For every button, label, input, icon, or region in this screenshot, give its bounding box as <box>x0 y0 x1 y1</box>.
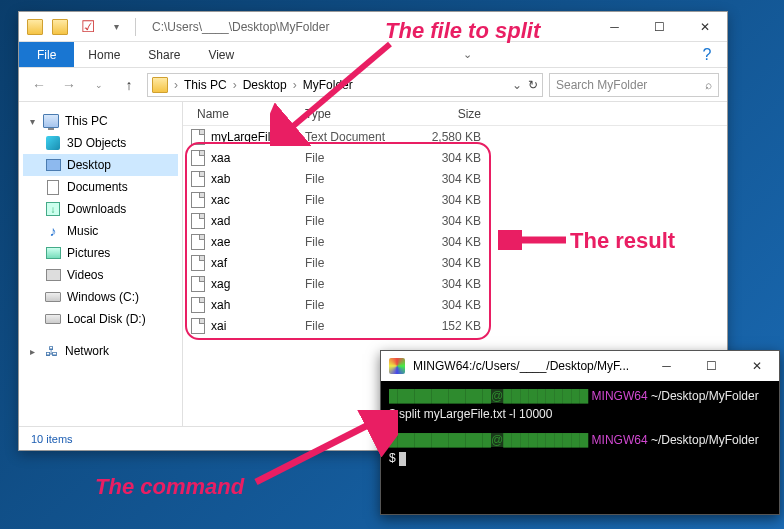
column-size[interactable]: Size <box>413 107 517 121</box>
dropdown-icon[interactable]: ▾ <box>105 18 127 36</box>
terminal-path: ~/Desktop/MyFolder <box>651 389 759 403</box>
breadcrumb[interactable]: Desktop <box>239 78 291 92</box>
chevron-icon[interactable]: ▾ <box>27 116 37 127</box>
terminal-user-host: ████████████@██████████ <box>389 389 588 403</box>
column-name[interactable]: Name <box>183 107 305 121</box>
terminal-env: MINGW64 <box>592 433 648 447</box>
file-size: 152 KB <box>413 319 517 333</box>
file-name: xab <box>211 172 230 186</box>
sidebar-item-desktop[interactable]: Desktop <box>23 154 178 176</box>
address-dropdown-icon[interactable]: ⌄ <box>512 78 522 92</box>
file-row[interactable]: xaaFile304 KB <box>183 147 727 168</box>
window-title-path: C:\Users\____\Desktop\MyFolder <box>152 20 329 34</box>
terminal-titlebar[interactable]: MINGW64:/c/Users/____/Desktop/MyF... ─ ☐… <box>381 351 779 381</box>
close-button[interactable]: ✕ <box>734 351 779 381</box>
sidebar-item-pictures[interactable]: Pictures <box>23 242 178 264</box>
doc-icon <box>45 179 61 195</box>
drive-icon <box>45 311 61 327</box>
tab-view[interactable]: View <box>194 42 248 67</box>
chevron-icon[interactable]: ▸ <box>27 346 37 357</box>
tab-share[interactable]: Share <box>134 42 194 67</box>
tab-file[interactable]: File <box>19 42 74 67</box>
search-icon: ⌕ <box>705 78 712 92</box>
file-type: File <box>305 151 413 165</box>
sidebar-item-label: Downloads <box>67 202 126 216</box>
file-type: File <box>305 172 413 186</box>
file-icon <box>191 234 205 250</box>
navigation-bar: ← → ⌄ ↑ › This PC › Desktop › MyFolder ⌄… <box>19 68 727 102</box>
maximize-button[interactable]: ☐ <box>637 12 682 42</box>
column-type[interactable]: Type <box>305 107 413 121</box>
file-size: 304 KB <box>413 193 517 207</box>
sidebar-item-label: Documents <box>67 180 128 194</box>
sidebar-item-label: Local Disk (D:) <box>67 312 146 326</box>
file-type: File <box>305 235 413 249</box>
file-name: xae <box>211 235 230 249</box>
file-row[interactable]: xadFile304 KB <box>183 210 727 231</box>
column-headers[interactable]: Name Type Size <box>183 102 727 126</box>
file-name: xaa <box>211 151 230 165</box>
file-row[interactable]: xagFile304 KB <box>183 273 727 294</box>
sidebar-item-this-pc[interactable]: ▾This PC <box>23 110 178 132</box>
ribbon-toggle-icon[interactable]: ⌄ <box>448 42 488 67</box>
sidebar-item-downloads[interactable]: ↓Downloads <box>23 198 178 220</box>
file-name: xad <box>211 214 230 228</box>
sidebar-item-network[interactable]: ▸🖧Network <box>23 340 178 362</box>
folder-icon <box>27 19 43 35</box>
sidebar-item-windows-c-[interactable]: Windows (C:) <box>23 286 178 308</box>
minimize-button[interactable]: ─ <box>592 12 637 42</box>
file-icon <box>191 150 205 166</box>
sidebar-item-3d-objects[interactable]: 3D Objects <box>23 132 178 154</box>
breadcrumb[interactable]: MyFolder <box>299 78 357 92</box>
file-row[interactable]: xaiFile152 KB <box>183 315 727 336</box>
file-row[interactable]: xaeFile304 KB <box>183 231 727 252</box>
titlebar[interactable]: ☑ ▾ C:\Users\____\Desktop\MyFolder ─ ☐ ✕ <box>19 12 727 42</box>
file-row[interactable]: xabFile304 KB <box>183 168 727 189</box>
mingw-icon <box>389 358 405 374</box>
sidebar-item-label: Windows (C:) <box>67 290 139 304</box>
properties-icon[interactable]: ☑ <box>77 18 99 36</box>
terminal-command: split myLargeFile.txt -l 10000 <box>399 407 552 421</box>
annotation-command: The command <box>95 474 244 500</box>
file-type: File <box>305 277 413 291</box>
file-row[interactable]: xacFile304 KB <box>183 189 727 210</box>
up-button[interactable]: ↑ <box>117 73 141 97</box>
minimize-button[interactable]: ─ <box>644 351 689 381</box>
file-name: xac <box>211 193 230 207</box>
sidebar-item-documents[interactable]: Documents <box>23 176 178 198</box>
sidebar-item-local-disk-d-[interactable]: Local Disk (D:) <box>23 308 178 330</box>
terminal-output[interactable]: ████████████@██████████ MINGW64 ~/Deskto… <box>381 381 779 473</box>
tab-home[interactable]: Home <box>74 42 134 67</box>
sidebar-item-videos[interactable]: Videos <box>23 264 178 286</box>
file-row[interactable]: myLargeFileText Document2,580 KB <box>183 126 727 147</box>
terminal-cursor <box>399 452 406 466</box>
file-type: Text Document <box>305 130 413 144</box>
file-name: xah <box>211 298 230 312</box>
file-row[interactable]: xahFile304 KB <box>183 294 727 315</box>
sidebar-item-music[interactable]: ♪Music <box>23 220 178 242</box>
close-button[interactable]: ✕ <box>682 12 727 42</box>
breadcrumb[interactable]: This PC <box>180 78 231 92</box>
file-row[interactable]: xafFile304 KB <box>183 252 727 273</box>
file-size: 304 KB <box>413 298 517 312</box>
search-input[interactable]: Search MyFolder ⌕ <box>549 73 719 97</box>
quick-access-toolbar[interactable] <box>49 18 71 36</box>
pc-icon <box>43 113 59 129</box>
file-size: 304 KB <box>413 235 517 249</box>
forward-button: → <box>57 73 81 97</box>
terminal-path: ~/Desktop/MyFolder <box>651 433 759 447</box>
maximize-button[interactable]: ☐ <box>689 351 734 381</box>
ribbon-tabs: File Home Share View ⌄ ? <box>19 42 727 68</box>
item-count: 10 items <box>31 433 73 445</box>
file-type: File <box>305 298 413 312</box>
recent-dropdown-icon[interactable]: ⌄ <box>87 73 111 97</box>
back-button[interactable]: ← <box>27 73 51 97</box>
file-type: File <box>305 214 413 228</box>
file-name: xag <box>211 277 230 291</box>
net-icon: 🖧 <box>43 343 59 359</box>
refresh-icon[interactable]: ↻ <box>528 78 538 92</box>
help-icon[interactable]: ? <box>687 42 727 67</box>
terminal-user-host: ████████████@██████████ <box>389 433 588 447</box>
file-type: File <box>305 319 413 333</box>
address-bar[interactable]: › This PC › Desktop › MyFolder ⌄ ↻ <box>147 73 543 97</box>
